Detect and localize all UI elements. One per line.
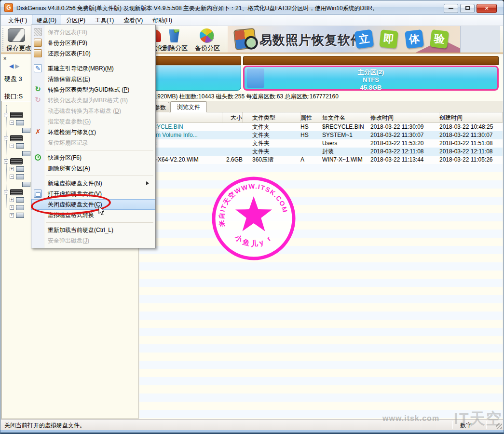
cube-icon	[34, 190, 42, 198]
header-shortname[interactable]: 短文件名	[322, 112, 370, 122]
tab-browse-files[interactable]: 浏览文件	[170, 101, 207, 113]
menu-item-rebuild-mbr[interactable]: 重建主引导记录(MBR)(M)	[31, 63, 155, 74]
file-ctime: 2018-03-22 11:30:07	[439, 131, 503, 139]
menu-item-label: 复位坏扇区记录	[48, 139, 88, 147]
prev-disk-icon[interactable]: ◀	[9, 63, 15, 69]
clock-icon	[35, 154, 41, 161]
part-icon	[16, 197, 24, 203]
menu-item-save-partition-table[interactable]: 保存分区表(F8)	[31, 27, 155, 38]
file-type: 文件夹	[243, 139, 300, 148]
file-row[interactable]: WIN7-X64-V2.20.WIM2.6GB360压缩AWIN7-X~1.WI…	[139, 156, 503, 164]
tree-expander-icon[interactable]: −	[10, 144, 14, 148]
banner-tile[interactable]: 验	[430, 29, 449, 49]
file-ctime: 2018-03-22 12:11:08	[439, 148, 503, 156]
banner-tile[interactable]: 体	[405, 29, 424, 49]
interface-label: 接口:S	[4, 92, 23, 101]
window-bottom-edge	[0, 433, 504, 434]
disk-nav-arrows[interactable]: ◀▶	[9, 63, 21, 69]
panel-close-icon[interactable]: ×	[3, 55, 6, 61]
disk-icon	[10, 135, 23, 141]
minimize-button[interactable]	[444, 4, 458, 13]
menu-item-dynamic-to-basic[interactable]: 动态磁盘转换为基本磁盘 (D)	[31, 106, 155, 116]
diskgenius-window: G DiskGenius V4.8.0.256 免费版(单文件版) 发现新版本 …	[0, 0, 504, 434]
partition-name: 主分区(2)	[245, 68, 497, 76]
menu-item-label: 备份分区表(F9)	[48, 39, 87, 47]
tree-expander-icon[interactable]: −	[4, 113, 8, 117]
refresh-green-icon	[34, 85, 42, 94]
tree-expander-icon[interactable]: −	[10, 121, 14, 125]
menu-item-label: 新建虚拟硬盘文件(N)	[48, 179, 102, 188]
header-type[interactable]: 文件类型	[243, 112, 300, 122]
partition-body[interactable]: 主分区(2) NTFS 45.8GB	[243, 66, 499, 91]
menu-item-label: 重新加载当前硬盘(Ctrl_L)	[48, 226, 113, 234]
next-disk-icon[interactable]: ▶	[15, 63, 21, 69]
tree-expander-icon[interactable]: +	[10, 167, 14, 171]
part-icon	[16, 166, 24, 172]
partition-header-bar	[243, 56, 499, 65]
header-attr[interactable]: 属性	[300, 112, 322, 122]
tree-expander-icon[interactable]: −	[10, 175, 14, 179]
file-row[interactable]: $RECYCLE.BIN文件夹HS$RECYCLE.BIN2018-03-22 …	[139, 123, 503, 131]
menu-item-safely-eject-disk[interactable]: 安全弹出磁盘(J)	[31, 235, 155, 246]
file-mtime: 2018-03-22 11:13:44	[370, 156, 439, 164]
refresh-gray-icon	[34, 96, 42, 104]
delete-partition-icon[interactable]	[168, 29, 180, 42]
menu-item-bad-track-check-repair[interactable]: 坏道检测与修复(Y)	[31, 127, 155, 137]
ad-banner[interactable]: 易数照片恢复软件 立 即 体 验	[228, 26, 460, 53]
empty-rows-stripes	[139, 164, 503, 419]
maximize-button[interactable]	[460, 4, 475, 13]
header-size[interactable]: 大小	[222, 112, 243, 122]
close-button[interactable]: ✕	[477, 4, 497, 13]
header-ctime[interactable]: 创建时间	[439, 112, 503, 122]
file-browser-panel: 分区参数 浏览文件 名称 大小 文件类型 属性 短文件名 修改时间 创建时间 $…	[139, 101, 503, 419]
disk-icon	[10, 189, 23, 195]
backup-partition-icon[interactable]	[200, 28, 214, 42]
menu-item-reload-current-disk[interactable]: 重新加载当前硬盘(Ctrl_L)	[31, 225, 155, 235]
tree-expander-icon[interactable]: +	[10, 205, 14, 210]
file-size: 2.6GB	[222, 156, 243, 164]
menu-item-specify-disk-params[interactable]: 指定硬盘参数(G)	[31, 116, 155, 127]
banner-tile[interactable]: 立	[354, 29, 374, 49]
file-mtime: 2018-03-22 12:11:08	[370, 148, 439, 156]
menu-item-quick-partition[interactable]: 快速分区(F6)	[31, 152, 155, 163]
tree-expander-icon[interactable]: +	[10, 198, 14, 202]
menu-item-restore-partition-table[interactable]: 还原分区表(F10)	[31, 48, 155, 59]
file-row[interactable]: System Volume Info...文件夹HSSYSTEM~12018-0…	[139, 131, 503, 139]
save-changes-icon[interactable]	[8, 28, 25, 42]
menu-separator	[31, 148, 155, 152]
menu-item-convert-to-mbr[interactable]: 转换分区表类型为MBR格式 (B)	[31, 95, 155, 106]
menu-separator	[31, 220, 155, 225]
header-mtime[interactable]: 修改时间	[370, 112, 439, 122]
menu-item-backup-partition-table[interactable]: 备份分区表(F9)	[31, 38, 155, 48]
menu-item-clear-reserved-sectors[interactable]: 清除保留扇区(E)	[31, 74, 155, 84]
file-attr: HS	[300, 131, 322, 139]
partition-box-2-selected[interactable]: 主分区(2) NTFS 45.8GB	[243, 56, 499, 91]
app-icon: G	[4, 3, 13, 12]
part-icon	[16, 143, 24, 149]
menubar-item-file[interactable]: 文件(F)	[3, 14, 32, 27]
menu-item-new-vhd-file[interactable]: 新建虚拟硬盘文件(N)	[31, 178, 155, 189]
file-row[interactable]: 封装文件夹封装2018-03-22 12:11:082018-03-22 12:…	[139, 148, 503, 156]
file-row[interactable]: Users文件夹Users2018-03-22 11:53:202018-03-…	[139, 139, 503, 148]
photo-recovery-icon	[233, 28, 257, 50]
tree-expander-icon[interactable]: −	[4, 190, 8, 194]
backup-partition-button[interactable]: 备份分区	[195, 44, 220, 53]
disk-icon	[10, 158, 23, 164]
menu-separator	[31, 174, 155, 178]
save-changes-button[interactable]: 保存更改	[6, 44, 31, 53]
tree-expander-icon[interactable]: +	[10, 213, 14, 217]
menu-item-reset-bad-sector-records[interactable]: 复位坏扇区记录	[31, 137, 155, 148]
menu-item-delete-all-partitions[interactable]: 删除所有分区(A)	[31, 163, 155, 174]
tree-expander-icon[interactable]: −	[4, 136, 8, 140]
menu-separator	[31, 59, 155, 63]
part-icon	[16, 120, 24, 125]
banner-tile[interactable]: 即	[379, 29, 398, 49]
part-icon	[22, 128, 30, 133]
tree-expander-icon[interactable]: −	[4, 159, 8, 163]
title-bar[interactable]: G DiskGenius V4.8.0.256 免费版(单文件版) 发现新版本 …	[0, 0, 504, 15]
partition-used-segment	[247, 68, 264, 88]
delete-partition-button[interactable]: 删除分区	[163, 44, 188, 53]
disk-dropdown-menu: 保存分区表(F8)备份分区表(F9)还原分区表(F10)重建主引导记录(MBR)…	[31, 25, 156, 248]
menu-item-convert-to-guid[interactable]: 转换分区表类型为GUID格式 (P)	[31, 84, 155, 95]
file-table-header[interactable]: 名称 大小 文件类型 属性 短文件名 修改时间 创建时间	[139, 112, 503, 123]
